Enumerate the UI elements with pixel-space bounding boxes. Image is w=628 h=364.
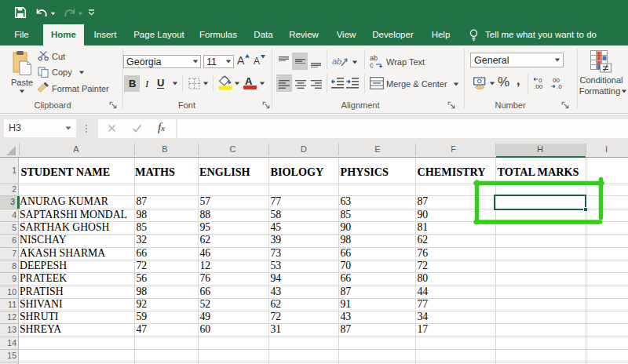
svg-text:.0: .0: [557, 83, 562, 89]
svg-text:.00: .00: [534, 83, 543, 89]
svg-text:c: c: [370, 61, 374, 68]
svg-text:ab: ab: [332, 56, 341, 66]
